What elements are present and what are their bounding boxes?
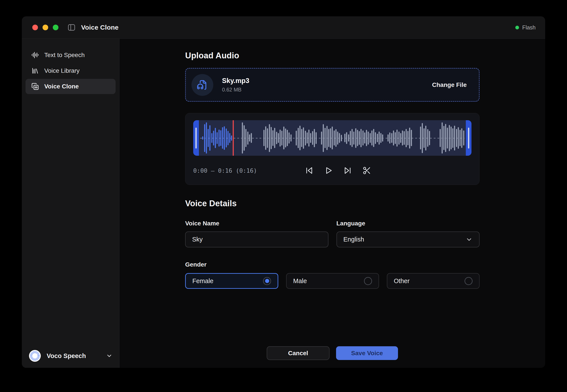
sidebar-toggle-button[interactable] — [68, 24, 75, 31]
waveform-bar — [460, 130, 461, 146]
upload-dropzone[interactable]: Sky.mp3 0.62 MB Change File — [185, 68, 479, 102]
change-file-button[interactable]: Change File — [432, 82, 467, 88]
sidebar-item-label: Voice Library — [44, 67, 80, 74]
sidebar-item-voice-clone[interactable]: Voice Clone — [26, 79, 116, 94]
form-actions: Cancel Save Voice — [185, 346, 479, 360]
waveform-bar — [371, 130, 373, 145]
skip-back-button[interactable] — [305, 166, 313, 175]
waveform-bar — [454, 126, 455, 151]
waveform-bar — [348, 134, 349, 141]
playhead[interactable] — [233, 120, 234, 156]
waveform-bar — [226, 128, 227, 147]
waveform-bar — [341, 135, 342, 141]
play-button[interactable] — [324, 166, 333, 175]
language-field: Language English — [337, 220, 480, 247]
waveform-bar — [366, 130, 367, 146]
chevron-down-icon — [466, 236, 473, 243]
waveform-bar — [364, 132, 365, 143]
language-select[interactable]: English — [337, 232, 480, 247]
waveform-bar — [307, 132, 308, 143]
waveform-bar — [450, 126, 452, 149]
voice-name-label: Voice Name — [185, 220, 328, 227]
trim-grip — [468, 128, 469, 149]
waveform-bar — [328, 129, 329, 147]
gender-option-other[interactable]: Other — [387, 273, 479, 289]
file-audio-icon — [197, 80, 208, 90]
waveform-bar — [283, 126, 284, 149]
play-icon — [324, 166, 333, 175]
close-window-button[interactable] — [32, 25, 38, 30]
waveform-bar — [445, 124, 446, 152]
file-name: Sky.mp3 — [222, 77, 249, 85]
language-label: Language — [337, 220, 480, 227]
waveform-bar — [220, 130, 221, 146]
waveform-bar — [245, 129, 246, 147]
waveform-bar — [298, 128, 299, 148]
waveform-bar — [389, 132, 390, 143]
waveform-bar — [332, 126, 333, 149]
sidebar-item-voice-library[interactable]: Voice Library — [26, 63, 116, 78]
waveform-bar — [314, 129, 315, 147]
radio-selected-icon — [263, 277, 271, 285]
waveform-bar — [346, 132, 347, 144]
waveform-bar — [263, 130, 265, 146]
waveform-bar — [382, 134, 383, 141]
sidebar-item-text-to-speech[interactable]: Text to Speech — [26, 47, 116, 63]
waveform-bar — [352, 129, 353, 147]
waveform-bar — [461, 128, 462, 148]
waveform-bar — [215, 128, 216, 148]
account-switcher[interactable]: Voco Speech — [26, 350, 116, 362]
waveform-bar — [443, 126, 445, 150]
waveform-bar — [251, 133, 252, 143]
language-selected-value: English — [343, 236, 364, 243]
waveform-bar — [337, 132, 338, 145]
waveform-bar — [357, 130, 358, 146]
gender-option-male[interactable]: Male — [286, 273, 379, 289]
zoom-window-button[interactable] — [53, 25, 59, 30]
waveform-bar — [380, 133, 381, 143]
sidebar-item-label: Voice Clone — [44, 83, 79, 90]
waveform-bar — [429, 131, 430, 145]
trim-handle-left[interactable] — [193, 120, 199, 156]
waveform-bar — [249, 134, 250, 141]
waveform-bar — [227, 131, 228, 145]
waveform-bar — [276, 132, 277, 144]
app-window: Voice Clone Flash Text to Speech Voice L… — [22, 16, 545, 368]
waveform-bar — [375, 132, 376, 144]
waveform-bar — [247, 132, 248, 145]
waveform-bar — [447, 128, 448, 149]
waveform-bar — [377, 134, 378, 142]
chevron-down-icon — [106, 353, 113, 359]
waveform-bar — [244, 125, 245, 151]
skip-forward-button[interactable] — [343, 166, 352, 175]
panel-left-icon — [68, 24, 75, 31]
save-voice-button[interactable]: Save Voice — [336, 346, 398, 360]
gender-option-female[interactable]: Female — [185, 273, 278, 289]
waveform-bar — [202, 136, 203, 140]
waveform-bar — [373, 129, 374, 147]
voice-name-input[interactable]: Sky — [185, 232, 328, 247]
waveform-bar — [362, 130, 364, 145]
waveform-bars — [199, 120, 466, 156]
trim-button[interactable] — [362, 166, 371, 175]
waveform-bar — [422, 123, 423, 153]
library-icon — [31, 67, 39, 74]
waveform-bar — [280, 130, 281, 147]
trim-handle-right[interactable] — [466, 120, 472, 156]
waveform-bar — [305, 131, 306, 145]
waveform-bar — [287, 130, 288, 146]
transport-controls — [305, 166, 371, 175]
waveform-bar — [267, 128, 268, 148]
waveform-bar — [393, 130, 394, 145]
waveform-bar — [301, 129, 302, 147]
waveform-bar — [231, 136, 232, 141]
main-panel: Upload Audio Sky.mp3 0.62 MB Change File — [119, 39, 545, 368]
waveform-bar — [353, 132, 354, 145]
gender-option-label: Other — [394, 278, 410, 285]
waveform-bar — [224, 126, 225, 150]
waveform-bar — [423, 128, 425, 148]
waveform[interactable] — [193, 120, 472, 156]
minimize-window-button[interactable] — [43, 25, 48, 30]
cancel-button[interactable]: Cancel — [267, 346, 329, 360]
trim-grip — [195, 128, 197, 149]
